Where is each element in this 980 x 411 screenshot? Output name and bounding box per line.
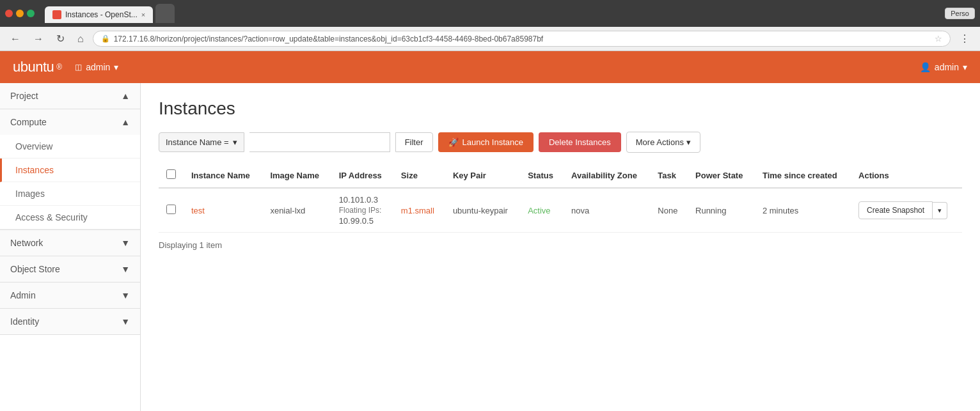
browser-toolbar: ← → ↻ ⌂ 🔒 172.17.16.8/horizon/project/in… [0,27,980,51]
sidebar-header-admin[interactable]: Admin ▼ [0,283,140,308]
forward-btn[interactable]: → [29,32,47,46]
row-task: None [650,188,688,233]
sidebar-section-admin: Admin ▼ [0,283,140,309]
more-actions-caret: ▾ [686,137,691,147]
sidebar-header-identity[interactable]: Identity ▼ [0,309,140,334]
app-layout: ubuntu® ◫ admin ▾ 👤 admin ▾ Project ▲ [0,51,980,411]
size-link[interactable]: m1.small [401,206,434,215]
row-actions: Create Snapshot ▾ [851,188,962,233]
col-availability-zone: Availability Zone [564,163,650,188]
status-badge: Active [528,206,550,215]
launch-btn-label: Launch Instance [462,137,523,147]
sidebar-admin-label: Admin [10,290,36,300]
lock-icon: 🔒 [101,35,110,43]
sidebar-compute-label: Compute [10,117,47,127]
ip-primary: 10.101.0.3 [339,195,386,205]
action-dropdown-button[interactable]: ▾ [933,202,947,219]
launch-icon: 🚀 [448,137,459,147]
project-icon: ◫ [75,63,82,72]
bookmark-icon[interactable]: ☆ [935,34,942,43]
sidebar-item-instances[interactable]: Instances [0,159,140,182]
instance-name-link[interactable]: test [191,206,205,215]
project-label: admin [86,62,110,72]
new-tab-btn[interactable] [155,4,175,23]
col-image-name: Image Name [262,163,331,188]
close-btn[interactable] [5,10,13,17]
row-image-name: xenial-lxd [262,188,331,233]
user-label: admin [935,62,959,72]
launch-instance-button[interactable]: 🚀 Launch Instance [438,132,533,152]
page-title: Instances [159,98,962,119]
more-actions-label: More Actions [636,137,684,147]
sidebar-item-access-security[interactable]: Access & Security [0,206,140,229]
create-snapshot-button[interactable]: Create Snapshot [858,201,933,219]
minimize-btn[interactable] [16,10,24,17]
sidebar-item-overview[interactable]: Overview [0,135,140,159]
project-caret: ▾ [114,62,118,72]
maximize-btn[interactable] [27,10,35,17]
sidebar-identity-caret: ▼ [121,316,130,327]
sidebar-images-label: Images [15,189,45,199]
sidebar-admin-caret: ▼ [121,290,130,300]
row-checkbox-cell [159,188,184,233]
favicon-icon [52,10,61,19]
sidebar-compute-caret: ▲ [121,117,130,127]
url-text: 172.17.16.8/horizon/project/instances/?a… [114,35,931,43]
ip-floating: 10.99.0.5 [339,216,386,226]
tab-close-icon[interactable]: × [141,11,145,19]
filter-button[interactable]: Filter [395,132,433,152]
perso-button[interactable]: Perso [945,8,975,19]
sidebar-network-label: Network [10,238,43,248]
logo-text: ubuntu [13,59,54,75]
active-tab[interactable]: Instances - OpenSt... × [45,6,153,23]
sidebar-instances-label: Instances [15,165,54,175]
ip-block: 10.101.0.3 Floating IPs: 10.99.0.5 [339,195,386,226]
row-availability-zone: nova [564,188,650,233]
col-status: Status [520,163,564,188]
row-instance-name: test [184,188,262,233]
sidebar-object-store-caret: ▼ [121,264,130,274]
back-btn[interactable]: ← [6,32,24,46]
filter-select-caret: ▾ [233,137,237,147]
table-header-row: Instance Name Image Name IP Address Size… [159,163,962,188]
project-dropdown[interactable]: ◫ admin ▾ [75,62,118,72]
logo: ubuntu® [13,59,62,75]
row-power-state: Running [688,188,755,233]
sidebar-header-network[interactable]: Network ▼ [0,230,140,256]
col-key-pair: Key Pair [445,163,520,188]
row-time-since-created: 2 minutes [755,188,851,233]
address-bar[interactable]: 🔒 172.17.16.8/horizon/project/instances/… [93,31,951,47]
home-btn[interactable]: ⌂ [74,32,88,46]
select-all-checkbox[interactable] [166,169,176,179]
col-power-state: Power State [688,163,755,188]
filter-select[interactable]: Instance Name = ▾ [159,132,244,152]
col-actions: Actions [851,163,962,188]
sidebar-header-object-store[interactable]: Object Store ▼ [0,256,140,282]
sidebar-item-images[interactable]: Images [0,182,140,206]
page-content: Instances Instance Name = ▾ Filter 🚀 Lau… [141,83,980,411]
logo-superscript: ® [56,63,62,72]
browser-chrome: Instances - OpenSt... × Perso ← → ↻ ⌂ 🔒 … [0,0,980,51]
user-menu[interactable]: 👤 admin ▾ [920,62,967,72]
tab-title: Instances - OpenSt... [65,10,138,19]
tab-bar: Instances - OpenSt... × [40,4,180,23]
sidebar-header-project[interactable]: Project ▲ [0,83,140,109]
top-navbar: ubuntu® ◫ admin ▾ 👤 admin ▾ [0,51,980,83]
more-actions-button[interactable]: More Actions ▾ [626,132,700,153]
refresh-btn[interactable]: ↻ [52,31,68,46]
instances-table: Instance Name Image Name IP Address Size… [159,163,962,233]
delete-instances-button[interactable]: Delete Instances [539,132,621,152]
col-time-since-created: Time since created [755,163,851,188]
sidebar-project-caret: ▲ [121,91,130,101]
row-checkbox[interactable] [166,205,176,214]
sidebar-section-object-store: Object Store ▼ [0,256,140,283]
col-size: Size [393,163,445,188]
filter-input[interactable] [249,132,390,152]
browser-controls [5,10,35,17]
browser-menu-icon[interactable]: ⋮ [956,31,974,46]
filter-select-label: Instance Name = [166,137,229,147]
sidebar-section-compute: Compute ▲ Overview Instances Images Acce… [0,109,140,230]
sidebar-header-compute[interactable]: Compute ▲ [0,109,140,135]
row-ip-address: 10.101.0.3 Floating IPs: 10.99.0.5 [331,188,393,233]
footer-count: Displaying 1 item [159,233,962,258]
